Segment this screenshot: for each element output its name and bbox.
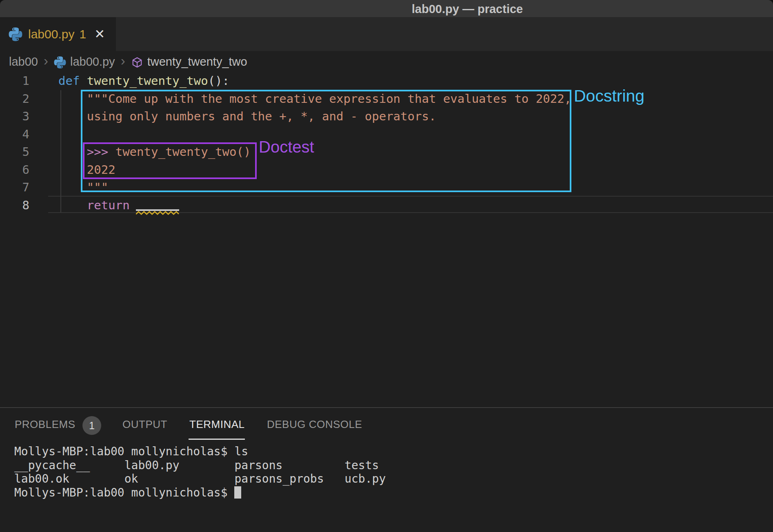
terminal-line: lab00.ok ok parsons_probs ucb.py	[14, 472, 386, 486]
method-cube-icon	[131, 56, 143, 69]
tab-debug-console[interactable]: DEBUG CONSOLE	[267, 408, 362, 441]
code-editor[interactable]: 1 2 3 4 5 6 7 8 def twenty_twenty_two():…	[0, 72, 773, 407]
tab-output[interactable]: OUTPUT	[122, 408, 167, 441]
editor-tab-strip: lab00.py 1 ✕	[0, 17, 773, 51]
line-number: 5	[0, 143, 29, 161]
close-icon[interactable]: ✕	[94, 28, 105, 40]
vscode-window: lab00.py — practice lab00.py 1 ✕ lab00 ›…	[0, 0, 773, 532]
keyword-return: return	[87, 198, 130, 212]
bottom-panel: PROBLEMS 1 OUTPUT TERMINAL DEBUG CONSOLE…	[0, 408, 773, 532]
terminal-output[interactable]: Mollys-MBP:lab00 mollynicholas$ ls __pyc…	[14, 445, 386, 499]
line-number: 4	[0, 126, 29, 144]
breadcrumb: lab00 › lab00.py › twenty_twenty_two	[0, 51, 773, 72]
tab-label: lab00.py	[28, 27, 74, 41]
tab-terminal[interactable]: TERMINAL	[189, 408, 244, 441]
line-number-gutter: 1 2 3 4 5 6 7 8	[0, 72, 29, 214]
code-line-8[interactable]: return	[58, 197, 571, 215]
doctest-annotation-label: Doctest	[259, 138, 314, 156]
panel-tab-bar: PROBLEMS 1 OUTPUT TERMINAL DEBUG CONSOLE	[0, 408, 773, 441]
line-number: 1	[0, 72, 29, 90]
line-number: 6	[0, 161, 29, 179]
breadcrumb-file[interactable]: lab00.py	[70, 55, 115, 69]
titlebar: lab00.py — practice	[0, 0, 773, 17]
terminal-prompt-text: Mollys-MBP:lab00 mollynicholas$	[14, 486, 234, 499]
line-number: 2	[0, 90, 29, 108]
tab-lab00-py[interactable]: lab00.py 1 ✕	[0, 17, 116, 51]
python-icon	[9, 27, 22, 41]
line-number-active: 8	[0, 197, 29, 215]
code-line-1[interactable]: def twenty_twenty_two():	[58, 72, 571, 90]
python-icon	[54, 56, 66, 69]
chevron-right-icon: ›	[121, 53, 125, 70]
tab-warning-count: 1	[79, 27, 86, 41]
problems-count-badge: 1	[82, 416, 101, 435]
terminal-prompt-line: Mollys-MBP:lab00 mollynicholas$	[14, 486, 386, 500]
docstring-annotation-label: Docstring	[574, 86, 644, 106]
warning-squiggle-icon	[136, 211, 179, 215]
indent	[58, 198, 87, 212]
line-number: 7	[0, 179, 29, 197]
terminal-cursor	[234, 486, 241, 499]
tab-problems[interactable]: PROBLEMS	[15, 408, 76, 441]
chevron-right-icon: ›	[44, 53, 48, 70]
window-title: lab00.py — practice	[412, 2, 523, 16]
line-number: 3	[0, 108, 29, 126]
function-name: twenty_twenty_two	[87, 74, 208, 88]
keyword-def: def	[58, 74, 87, 88]
terminal-line: Mollys-MBP:lab00 mollynicholas$ ls	[14, 445, 386, 459]
terminal-line: __pycache__ lab00.py parsons tests	[14, 459, 386, 472]
active-tab-underline	[189, 439, 245, 440]
breadcrumb-folder[interactable]: lab00	[9, 55, 38, 69]
breadcrumb-symbol[interactable]: twenty_twenty_two	[147, 55, 247, 69]
doctest-annotation-box	[83, 142, 257, 179]
punctuation: ():	[208, 74, 229, 88]
